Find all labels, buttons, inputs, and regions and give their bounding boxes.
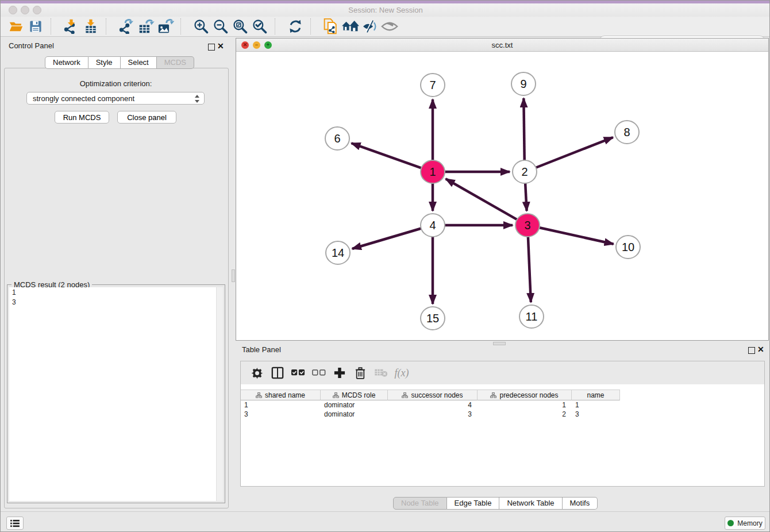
close-panel-button[interactable]: Close panel <box>117 111 176 124</box>
control-panel-float-icon[interactable] <box>208 44 215 51</box>
table-cell: dominator <box>321 400 388 410</box>
node-label-8: 8 <box>623 126 630 138</box>
gear-icon[interactable] <box>247 364 267 381</box>
zoom-selected-icon[interactable] <box>250 18 270 35</box>
add-column-icon[interactable] <box>329 364 350 381</box>
edge-4-14[interactable] <box>352 228 422 249</box>
network-canvas[interactable]: 7968124314101511 <box>236 52 768 340</box>
task-history-button[interactable] <box>6 516 24 530</box>
node-label-14: 14 <box>332 246 344 259</box>
optimization-criterion-dropdown[interactable]: strongly connected component <box>26 92 205 105</box>
edge-3-11[interactable] <box>528 236 531 302</box>
table-row[interactable]: 3dominator323 <box>241 410 764 419</box>
network-window-titlebar[interactable]: ✕ − + scc.txt <box>236 38 768 52</box>
table-cell: 3 <box>388 410 478 419</box>
node-label-7: 7 <box>429 79 436 91</box>
import-network-icon[interactable] <box>61 18 81 35</box>
toolbar-separator <box>275 18 283 34</box>
hide-graphics-details-icon[interactable] <box>360 18 380 35</box>
table-tab-edge-table[interactable]: Edge Table <box>447 497 500 510</box>
table-panel-close-icon[interactable]: ✕ <box>757 345 764 354</box>
control-panel-close-icon[interactable]: ✕ <box>217 41 224 51</box>
table-cell: dominator <box>321 410 388 419</box>
dropdown-value: strongly connected component <box>33 94 134 103</box>
column-type-icon <box>256 392 262 398</box>
select-all-checks-icon[interactable] <box>288 364 309 381</box>
open-session-icon[interactable] <box>6 18 26 35</box>
show-annotations-eye-icon[interactable] <box>380 18 399 35</box>
table-panel-float-icon[interactable] <box>748 347 755 354</box>
delete-column-trash-icon[interactable] <box>350 364 371 381</box>
export-image-icon[interactable] <box>156 18 175 35</box>
tab-mcds[interactable]: MCDS <box>157 56 194 69</box>
tab-style[interactable]: Style <box>88 56 121 69</box>
toolbar-separator <box>106 18 114 34</box>
node-table-container: f(x) shared nameMCDS rolesuccessor nodes… <box>240 361 765 487</box>
table-row[interactable]: 1dominator411 <box>241 400 764 410</box>
app-titlebar: Session: New Session <box>1 3 770 17</box>
table-panel-title: Table Panel <box>242 345 281 354</box>
edge-3-10[interactable] <box>538 228 614 244</box>
deselect-all-checks-icon[interactable] <box>309 364 329 381</box>
column-header-successor-nodes[interactable]: successor nodes <box>388 390 478 400</box>
mcds-result-text[interactable]: 1 3 <box>9 287 223 501</box>
toolbar-separator <box>51 18 59 34</box>
edge-2-3[interactable] <box>525 182 527 211</box>
mcds-result-scrollbar[interactable] <box>216 287 223 501</box>
edge-1-6[interactable] <box>352 143 423 168</box>
export-table-icon[interactable] <box>136 18 156 35</box>
vertical-splitter-grip[interactable] <box>232 269 235 282</box>
column-header-MCDS-role[interactable]: MCDS role <box>321 390 388 400</box>
app-title: Session: New Session <box>1 6 770 14</box>
table-cell: 1 <box>572 400 620 410</box>
chevron-updown-icon <box>194 94 200 103</box>
memory-button[interactable]: Memory <box>725 516 765 530</box>
table-tab-network-table[interactable]: Network Table <box>499 497 562 510</box>
function-builder-icon: f(x) <box>391 364 412 381</box>
home-houses-icon[interactable] <box>341 18 360 35</box>
network-from-selection-icon[interactable] <box>321 18 341 35</box>
column-header-name[interactable]: name <box>572 390 620 400</box>
table-cell: 1 <box>241 400 321 410</box>
table-cell: 3 <box>241 410 321 419</box>
table-tab-node-table[interactable]: Node Table <box>393 497 447 510</box>
mcds-result-groupbox: MCDS result (2 nodes) 1 3 <box>7 284 225 503</box>
save-session-icon[interactable] <box>26 18 45 35</box>
network-view-window: ✕ − + scc.txt 7968124314101511 <box>236 38 769 341</box>
network-window-title: scc.txt <box>236 41 768 49</box>
run-mcds-button[interactable]: Run MCDS <box>55 111 109 124</box>
tab-select[interactable]: Select <box>121 56 157 69</box>
node-label-2: 2 <box>521 165 528 178</box>
node-label-15: 15 <box>426 312 439 325</box>
status-bar: Memory <box>1 511 770 532</box>
node-label-9: 9 <box>520 78 526 90</box>
list-icon <box>10 519 20 527</box>
column-type-icon <box>490 392 496 398</box>
control-panel-title: Control Panel <box>9 41 54 50</box>
tab-network[interactable]: Network <box>45 56 88 69</box>
table-cell: 2 <box>478 410 572 419</box>
zoom-out-icon[interactable] <box>211 18 230 35</box>
node-label-3: 3 <box>524 219 530 232</box>
column-type-icon <box>333 392 339 398</box>
edge-2-9[interactable] <box>523 98 524 161</box>
edge-2-8[interactable] <box>535 137 613 168</box>
refresh-layout-icon[interactable] <box>286 18 305 35</box>
export-network-icon[interactable] <box>117 18 136 35</box>
table-toolbar: f(x) <box>241 361 764 384</box>
memory-label: Memory <box>737 519 762 527</box>
zoom-in-icon[interactable] <box>191 18 211 35</box>
table-cell: 1 <box>478 400 572 410</box>
column-header-shared-name[interactable]: shared name <box>241 390 321 400</box>
node-label-4: 4 <box>429 219 436 232</box>
split-columns-icon[interactable] <box>267 364 288 381</box>
zoom-fit-icon[interactable] <box>230 18 250 35</box>
column-header-predecessor-nodes[interactable]: predecessor nodes <box>478 390 572 400</box>
table-tab-motifs[interactable]: Motifs <box>563 497 598 510</box>
edge-3-1[interactable] <box>446 179 518 220</box>
node-label-6: 6 <box>334 132 340 145</box>
horizontal-splitter-grip[interactable] <box>493 342 506 345</box>
table-header-row: shared nameMCDS rolesuccessor nodesprede… <box>241 390 620 400</box>
import-table-icon[interactable] <box>81 18 101 35</box>
node-label-1: 1 <box>429 165 436 178</box>
